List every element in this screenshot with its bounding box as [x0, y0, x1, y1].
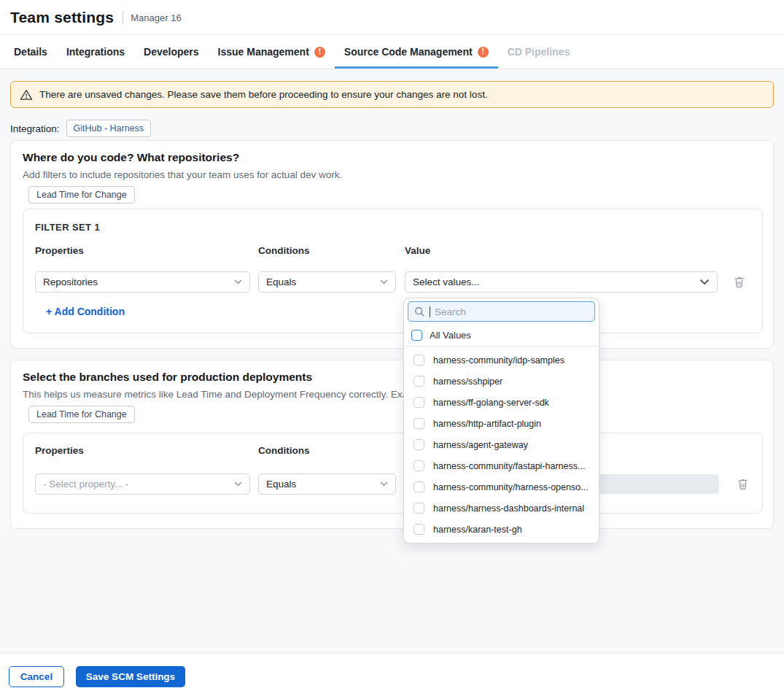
repository-option-list: harness-community/idp-samples harness/ss… [404, 347, 599, 544]
repositories-card: Where do you code? What repositories? Ad… [10, 140, 774, 349]
repositories-card-subtitle: Add filters to include repositories that… [23, 169, 342, 180]
all-values-option[interactable]: All Values [404, 325, 599, 347]
properties-column-label: Properties [35, 445, 84, 456]
cancel-button[interactable]: Cancel [9, 666, 64, 687]
lead-time-chip: Lead Time for Change [28, 406, 135, 423]
tab-source-code-management[interactable]: Source Code Management ! [335, 35, 498, 69]
branches-card: Select the branches used for production … [10, 360, 774, 529]
tab-integrations[interactable]: Integrations [57, 35, 134, 69]
title-separator [123, 10, 123, 24]
option-label: harness/sshpiper [433, 376, 502, 387]
branches-card-title: Select the branches used for production … [23, 371, 312, 384]
team-settings-page: Team settings Manager 16 Details Integra… [0, 0, 784, 696]
conditions-select-value: Equals [266, 277, 380, 287]
tab-details-label: Details [14, 46, 47, 58]
option-checkbox[interactable] [414, 439, 424, 450]
conditions-column-label: Conditions [258, 445, 310, 456]
integration-label: Integration: [10, 123, 60, 134]
tab-developers[interactable]: Developers [134, 35, 208, 69]
properties-select[interactable]: Repositories [35, 271, 250, 293]
value-column-label: Value [405, 245, 430, 256]
option-label: harness/harness-dashboards-internal [433, 503, 584, 514]
option-checkbox[interactable] [414, 503, 424, 514]
text-cursor [430, 306, 430, 317]
warning-badge-icon: ! [314, 47, 325, 58]
unsaved-changes-text: There are unsaved changes. Please save t… [39, 89, 488, 100]
repository-option[interactable]: harness-community/idp-samples [404, 349, 599, 371]
delete-filter-button[interactable] [731, 274, 747, 290]
repository-option[interactable]: harness/harness-dashboards-internal [404, 498, 599, 519]
branch-conditions-value: Equals [266, 479, 380, 490]
integration-row: Integration: GitHub - Harness [10, 120, 151, 137]
chevron-down-icon [234, 279, 242, 285]
content-area: There are unsaved changes. Please save t… [0, 70, 784, 653]
repositories-card-title: Where do you code? What repositories? [23, 151, 239, 164]
chevron-down-icon [699, 279, 710, 285]
warning-triangle-icon [20, 89, 33, 101]
option-label: harness-community/fastapi-harness... [433, 461, 585, 471]
tab-developers-label: Developers [144, 46, 198, 58]
lead-time-chip: Lead Time for Change [28, 186, 135, 204]
option-label: harness-community/idp-samples [433, 355, 564, 366]
search-icon [414, 306, 425, 317]
repository-option[interactable]: harness/agent-gateway [404, 434, 599, 455]
tab-issue-management-label: Issue Management [218, 46, 309, 58]
properties-select-value: Repositories [43, 277, 234, 287]
team-name-label: Manager 16 [131, 11, 181, 23]
filter-set-1-card: FILTER SET 1 Properties Conditions Value… [23, 209, 763, 333]
delete-branch-filter-button[interactable] [734, 476, 750, 492]
repository-option-clipped[interactable]: harness/... [404, 540, 599, 544]
search-input[interactable] [435, 306, 589, 317]
option-checkbox[interactable] [414, 397, 424, 408]
all-values-checkbox[interactable] [411, 330, 422, 341]
option-label: harness/ff-golang-server-sdk [433, 398, 549, 408]
repository-option[interactable]: harness-community/harness-openso... [404, 476, 599, 498]
page-title: Team settings [10, 9, 114, 26]
branches-filter-card: Properties Conditions - Select property.… [23, 433, 763, 514]
option-checkbox[interactable] [414, 376, 424, 387]
repository-option[interactable]: harness/sshpiper [404, 371, 599, 392]
integration-chip: GitHub - Harness [66, 120, 152, 137]
page-header: Team settings Manager 16 [0, 0, 784, 35]
tab-source-code-management-label: Source Code Management [344, 46, 473, 58]
filter-set-1-title: FILTER SET 1 [35, 222, 100, 233]
option-checkbox[interactable] [414, 460, 424, 471]
values-dropdown-popup: All Values harness-community/idp-samples… [403, 298, 599, 544]
repository-option[interactable]: harness/http-artifact-plugin [404, 413, 599, 434]
option-label: harness/http-artifact-plugin [433, 419, 541, 429]
dropdown-search-box[interactable] [408, 301, 595, 322]
all-values-label: All Values [430, 330, 471, 341]
branch-properties-placeholder: - Select property... - [43, 479, 234, 490]
action-footer: Cancel Save SCM Settings [0, 653, 784, 696]
repository-option[interactable]: harness/karan-test-gh [404, 519, 599, 540]
option-checkbox[interactable] [414, 418, 424, 429]
repository-option[interactable]: harness/ff-golang-server-sdk [404, 392, 599, 413]
tab-issue-management[interactable]: Issue Management ! [209, 35, 335, 69]
option-checkbox[interactable] [414, 482, 424, 492]
warning-badge-icon: ! [478, 47, 489, 58]
conditions-column-label: Conditions [258, 245, 310, 256]
chevron-down-icon [234, 482, 242, 487]
option-checkbox[interactable] [414, 524, 424, 535]
save-scm-settings-button[interactable]: Save SCM Settings [76, 666, 185, 687]
conditions-select[interactable]: Equals [258, 271, 396, 293]
option-label: harness-community/harness-openso... [433, 482, 589, 492]
value-multiselect[interactable]: Select values... [405, 271, 718, 293]
tab-cd-pipelines[interactable]: CD Pipelines [498, 35, 580, 69]
branch-properties-select[interactable]: - Select property... - [35, 473, 250, 495]
tab-details[interactable]: Details [4, 35, 57, 69]
unsaved-changes-banner: There are unsaved changes. Please save t… [10, 81, 774, 108]
chevron-down-icon [380, 482, 388, 487]
branch-conditions-select[interactable]: Equals [258, 473, 396, 495]
tab-cd-pipelines-label: CD Pipelines [508, 46, 570, 58]
add-condition-button[interactable]: + Add Condition [46, 306, 125, 317]
option-label: harness/karan-test-gh [433, 525, 522, 535]
option-label: harness/agent-gateway [433, 440, 528, 450]
repository-option[interactable]: harness-community/fastapi-harness... [404, 455, 599, 476]
value-multiselect-placeholder: Select values... [413, 277, 699, 287]
option-checkbox[interactable] [414, 355, 424, 366]
properties-column-label: Properties [35, 245, 84, 256]
chevron-down-icon [380, 279, 388, 285]
tab-integrations-label: Integrations [66, 46, 125, 58]
tab-bar: Details Integrations Developers Issue Ma… [0, 35, 784, 69]
